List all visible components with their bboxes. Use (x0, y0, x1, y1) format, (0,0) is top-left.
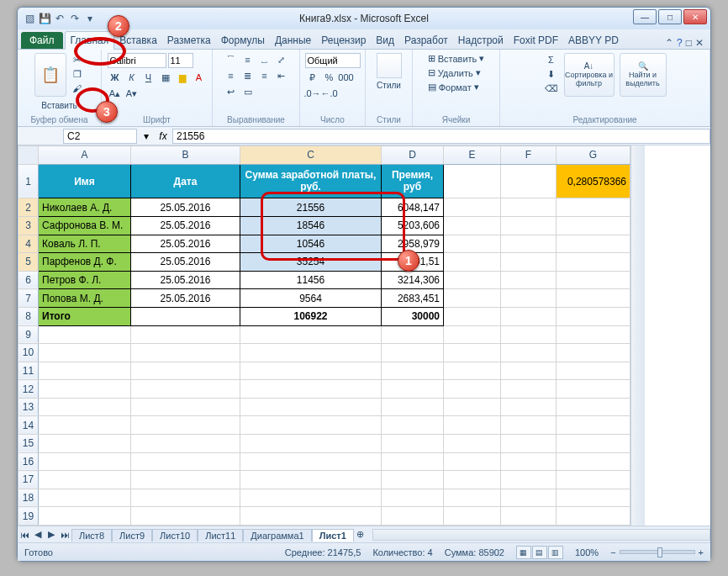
sheet-nav-next-icon[interactable]: ▶ (45, 529, 58, 540)
cell-B15[interactable] (131, 434, 240, 452)
col-header-B[interactable]: B (131, 146, 240, 165)
font-name-input[interactable] (108, 53, 166, 68)
cell-A9[interactable] (39, 325, 131, 344)
cell-G13[interactable] (557, 398, 630, 416)
cell-C7[interactable]: 9564 (240, 289, 382, 308)
tab-addins[interactable]: Надстрой (453, 32, 509, 49)
cell-E11[interactable] (444, 362, 501, 380)
clear-icon[interactable]: ⌫ (544, 82, 559, 95)
cell-D19[interactable] (382, 507, 444, 526)
sheet-tab-Лист1[interactable]: Лист1 (312, 529, 354, 542)
cell-D13[interactable] (382, 398, 444, 416)
sheet-nav-prev-icon[interactable]: ◀ (31, 529, 45, 540)
cell-A14[interactable] (39, 416, 131, 435)
cell-A10[interactable] (39, 344, 131, 362)
cell-C11[interactable] (240, 362, 382, 380)
increase-decimal-icon[interactable]: .0→ (305, 87, 320, 100)
cell-G6[interactable] (557, 271, 630, 289)
cell-C9[interactable] (240, 325, 382, 344)
cell-G2[interactable] (557, 198, 630, 217)
cell-B9[interactable] (131, 325, 240, 344)
cell-E13[interactable] (444, 398, 501, 416)
cell-F12[interactable] (501, 380, 557, 399)
help-icon[interactable]: ? (677, 37, 683, 49)
cell-C14[interactable] (240, 416, 382, 435)
cell-G17[interactable] (557, 471, 630, 489)
cell-B11[interactable] (131, 362, 240, 380)
wrap-text-icon[interactable]: ↩ (224, 85, 239, 98)
border-icon[interactable]: ▦ (158, 71, 173, 84)
indent-icon[interactable]: ⇤ (274, 69, 289, 82)
cell-C10[interactable] (240, 344, 382, 362)
merge-icon[interactable]: ▭ (240, 85, 256, 98)
tab-data[interactable]: Данные (270, 32, 316, 49)
cell-G19[interactable] (557, 507, 630, 526)
cell-C1[interactable]: Сумма заработной платы, руб. (240, 164, 382, 198)
cell-C17[interactable] (240, 471, 382, 489)
cell-A15[interactable] (39, 434, 131, 452)
cell-B2[interactable]: 25.05.2016 (131, 198, 240, 217)
fill-color-icon[interactable]: ▆ (175, 71, 190, 84)
cell-F14[interactable] (501, 416, 557, 435)
cell-B3[interactable]: 25.05.2016 (131, 217, 240, 235)
horizontal-scrollbar[interactable] (372, 529, 710, 541)
cell-G9[interactable] (557, 325, 630, 344)
cell-C4[interactable]: 10546 (240, 235, 382, 253)
cell-E8[interactable] (444, 307, 501, 325)
cell-E3[interactable] (444, 217, 501, 235)
tab-foxit[interactable]: Foxit PDF (509, 32, 563, 49)
row-header-19[interactable]: 19 (18, 507, 39, 526)
cell-B1[interactable]: Дата (131, 164, 240, 198)
cell-G4[interactable] (557, 235, 630, 253)
cell-E18[interactable] (444, 489, 501, 507)
cell-A6[interactable]: Петров Ф. Л. (39, 271, 131, 289)
zoom-slider[interactable]: − + (610, 547, 704, 558)
cell-E17[interactable] (444, 471, 501, 489)
cell-E9[interactable] (444, 325, 501, 344)
row-header-3[interactable]: 3 (18, 217, 39, 235)
row-header-14[interactable]: 14 (18, 416, 39, 435)
italic-icon[interactable]: К (124, 71, 140, 84)
cell-D18[interactable] (382, 489, 444, 507)
ribbon-minimize-icon[interactable]: ⌃ (665, 37, 673, 49)
cell-B8[interactable] (131, 307, 240, 325)
tab-insert[interactable]: Вставка (114, 32, 162, 49)
cell-C19[interactable] (240, 507, 382, 526)
fill-icon[interactable]: ⬇ (544, 67, 559, 81)
cell-E10[interactable] (444, 344, 501, 362)
cell-F18[interactable] (501, 489, 557, 507)
align-bottom-icon[interactable]: ⎵ (257, 53, 272, 66)
restore-workbook-icon[interactable]: □ (686, 37, 692, 49)
cell-D7[interactable]: 2683,451 (382, 289, 444, 308)
cell-A7[interactable]: Попова М. Д. (39, 289, 131, 308)
cell-F4[interactable] (501, 235, 557, 253)
cell-F17[interactable] (501, 471, 557, 489)
cell-F2[interactable] (501, 198, 557, 217)
new-sheet-icon[interactable]: ⊕ (354, 529, 367, 540)
delete-cells-button[interactable]: ⊟Удалить▾ (428, 67, 481, 78)
cell-B19[interactable] (131, 507, 240, 526)
undo-icon[interactable]: ↶ (53, 12, 66, 25)
row-header-13[interactable]: 13 (18, 398, 39, 416)
cell-A1[interactable]: Имя (39, 164, 131, 198)
tab-abbyy[interactable]: ABBYY PD (563, 32, 624, 49)
cell-G16[interactable] (557, 452, 630, 471)
sheet-nav-last-icon[interactable]: ⏭ (58, 530, 71, 540)
font-size-input[interactable] (168, 53, 193, 68)
row-header-7[interactable]: 7 (18, 289, 39, 308)
cell-C5[interactable]: 35254 (240, 253, 382, 272)
comma-icon[interactable]: 000 (339, 71, 354, 84)
cell-D14[interactable] (382, 416, 444, 435)
cell-C3[interactable]: 18546 (240, 217, 382, 235)
cell-A4[interactable]: Коваль Л. П. (39, 235, 131, 253)
cell-F13[interactable] (501, 398, 557, 416)
zoom-out-icon[interactable]: − (610, 547, 615, 558)
cell-F6[interactable] (501, 271, 557, 289)
cell-F5[interactable] (501, 253, 557, 272)
cell-A18[interactable] (39, 489, 131, 507)
cell-E15[interactable] (444, 434, 501, 452)
row-header-6[interactable]: 6 (18, 271, 39, 289)
cell-F9[interactable] (501, 325, 557, 344)
cell-E1[interactable] (444, 164, 501, 198)
minimize-button[interactable]: — (633, 9, 657, 24)
